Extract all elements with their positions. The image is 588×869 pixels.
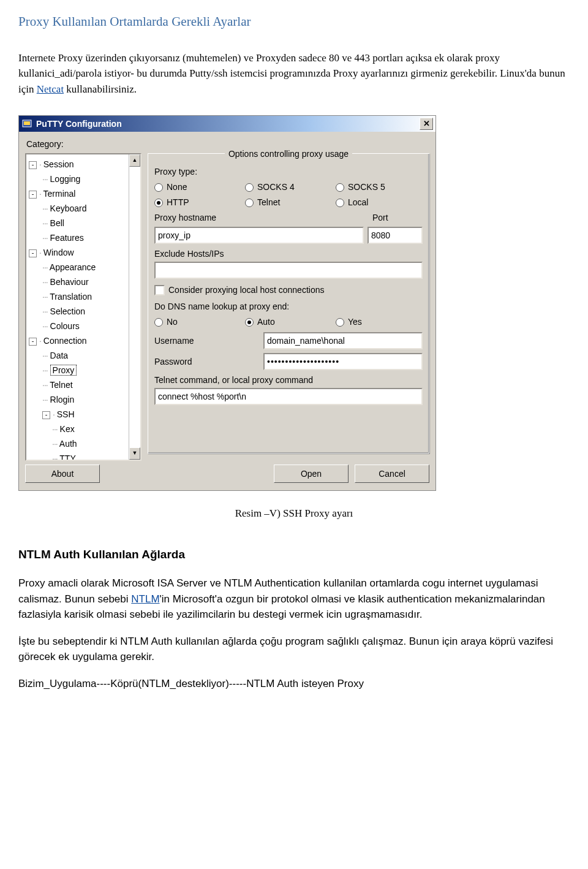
tree-appearance[interactable]: ··· Appearance bbox=[29, 260, 140, 275]
tree-translation[interactable]: ··· Translation bbox=[29, 289, 140, 304]
open-button[interactable]: Open bbox=[274, 465, 349, 483]
category-tree[interactable]: -· Session ··· Logging -· Terminal ··· K… bbox=[25, 153, 141, 461]
radio-socks4[interactable]: SOCKS 4 bbox=[245, 181, 332, 194]
port-input[interactable]: 8080 bbox=[368, 227, 423, 244]
section-heading-ntlm: NTLM Auth Kullanılan Ağlarda bbox=[18, 546, 570, 564]
radio-socks5[interactable]: SOCKS 5 bbox=[336, 181, 423, 194]
radio-none[interactable]: None bbox=[154, 181, 241, 194]
collapse-icon[interactable]: - bbox=[42, 411, 50, 419]
tree-data[interactable]: ··· Data bbox=[29, 348, 140, 363]
close-button[interactable]: ✕ bbox=[420, 118, 433, 130]
tree-kex[interactable]: ··· Kex bbox=[29, 422, 140, 436]
about-button[interactable]: About bbox=[25, 465, 100, 483]
ntlm-para-3: Bizim_Uygulama----Köprü(NTLM_destekliyor… bbox=[18, 676, 570, 692]
ntlm-link[interactable]: NTLM bbox=[131, 593, 159, 605]
collapse-icon[interactable]: - bbox=[29, 191, 37, 199]
username-label: Username bbox=[154, 332, 258, 349]
collapse-icon[interactable]: - bbox=[29, 161, 37, 169]
hostname-label: Proxy hostname bbox=[154, 211, 369, 224]
scroll-down-icon[interactable]: ▼ bbox=[129, 447, 140, 460]
svg-rect-1 bbox=[24, 121, 30, 125]
dns-label: Do DNS name lookup at proxy end: bbox=[154, 300, 423, 313]
username-input[interactable]: domain_name\honal bbox=[263, 332, 423, 349]
proxy-type-label: Proxy type: bbox=[154, 165, 423, 178]
radio-dns-auto[interactable]: Auto bbox=[245, 316, 332, 328]
radio-local[interactable]: Local bbox=[336, 196, 423, 209]
intro-text-2: kullanabilirsiniz. bbox=[64, 83, 137, 95]
tree-session[interactable]: -· Session bbox=[29, 157, 140, 172]
radio-http[interactable]: HTTP bbox=[154, 196, 241, 209]
panel-title: Options controlling proxy usage bbox=[225, 148, 352, 161]
intro-paragraph: Internete Proxy üzerinden çıkıyorsanız (… bbox=[18, 50, 570, 97]
tree-auth[interactable]: ··· Auth bbox=[29, 436, 140, 451]
ntlm-para-1: Proxy amacli olarak Microsoft ISA Server… bbox=[18, 575, 570, 623]
close-icon: ✕ bbox=[423, 118, 430, 130]
password-input[interactable]: •••••••••••••••••••• bbox=[263, 353, 423, 370]
exclude-label: Exclude Hosts/IPs bbox=[154, 248, 423, 260]
tree-proxy[interactable]: ··· Proxy bbox=[29, 363, 140, 378]
tree-ssh[interactable]: -· SSH bbox=[29, 407, 140, 422]
collapse-icon[interactable]: - bbox=[29, 338, 37, 346]
radio-dns-yes[interactable]: Yes bbox=[336, 316, 423, 328]
window-title: PuTTY Configuration bbox=[36, 118, 122, 131]
tree-rlogin[interactable]: ··· Rlogin bbox=[29, 392, 140, 407]
tree-connection[interactable]: -· Connection bbox=[29, 333, 140, 348]
netcat-link[interactable]: Netcat bbox=[37, 83, 64, 95]
telnet-cmd-label: Telnet command, or local proxy command bbox=[154, 374, 423, 387]
titlebar: PuTTY Configuration ✕ bbox=[19, 116, 435, 132]
scroll-up-icon[interactable]: ▲ bbox=[129, 154, 140, 167]
consider-checkbox[interactable]: Consider proxying local host connections bbox=[154, 284, 423, 297]
tree-window[interactable]: -· Window bbox=[29, 245, 140, 260]
telnet-cmd-input[interactable]: connect %host %port\n bbox=[154, 388, 423, 405]
tree-logging[interactable]: ··· Logging bbox=[29, 172, 140, 186]
tree-scrollbar[interactable]: ▲ ▼ bbox=[129, 154, 140, 460]
tree-features[interactable]: ··· Features bbox=[29, 230, 140, 245]
port-label: Port bbox=[372, 211, 423, 224]
tree-behaviour[interactable]: ··· Behaviour bbox=[29, 275, 140, 289]
exclude-input[interactable] bbox=[154, 262, 423, 279]
ntlm-para-2: İşte bu sebeptendir ki NTLM Auth kullanı… bbox=[18, 634, 570, 665]
tree-selection[interactable]: ··· Selection bbox=[29, 304, 140, 319]
tree-colours[interactable]: ··· Colours bbox=[29, 319, 140, 333]
tree-keyboard[interactable]: ··· Keyboard bbox=[29, 201, 140, 216]
figure-putty: PuTTY Configuration ✕ Category: -· Sessi… bbox=[18, 115, 570, 491]
tree-bell[interactable]: ··· Bell bbox=[29, 216, 140, 230]
collapse-icon[interactable]: - bbox=[29, 249, 37, 257]
tree-tty[interactable]: ··· TTY bbox=[29, 451, 140, 461]
proxy-groupbox: Options controlling proxy usage Proxy ty… bbox=[148, 153, 429, 453]
putty-icon bbox=[21, 118, 32, 129]
cancel-button[interactable]: Cancel bbox=[355, 465, 429, 483]
putty-window: PuTTY Configuration ✕ Category: -· Sessi… bbox=[18, 115, 436, 491]
radio-dns-no[interactable]: No bbox=[154, 316, 241, 328]
tree-telnet[interactable]: ··· Telnet bbox=[29, 378, 140, 392]
hostname-input[interactable]: proxy_ip bbox=[154, 227, 364, 244]
radio-telnet[interactable]: Telnet bbox=[245, 196, 332, 209]
figure-caption: Resim –V) SSH Proxy ayarı bbox=[18, 506, 570, 522]
password-label: Password bbox=[154, 353, 258, 370]
section-heading-proxy: Proxy Kullanılan Ortamlarda Gerekli Ayar… bbox=[18, 12, 570, 32]
tree-terminal[interactable]: -· Terminal bbox=[29, 186, 140, 201]
